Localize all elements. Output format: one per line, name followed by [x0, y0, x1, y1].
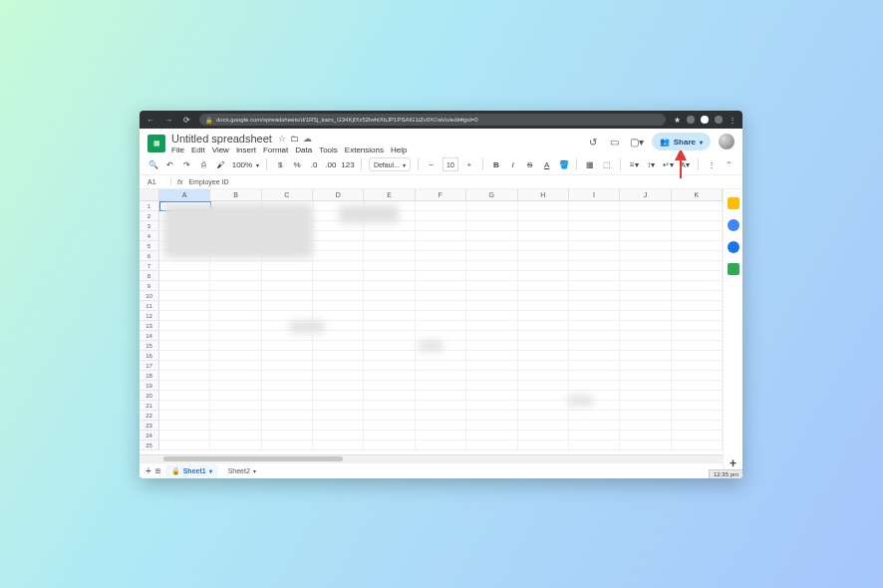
cell[interactable] — [569, 261, 620, 271]
cell[interactable] — [416, 301, 466, 311]
cell[interactable] — [159, 261, 210, 271]
cell[interactable] — [262, 351, 313, 361]
wrap-icon[interactable]: ↵▾ — [662, 158, 674, 170]
cell[interactable] — [569, 371, 620, 381]
row-header[interactable]: 9 — [140, 281, 159, 291]
cell[interactable] — [313, 241, 364, 251]
column-header-H[interactable]: H — [518, 189, 569, 201]
cell[interactable] — [313, 431, 364, 441]
cell[interactable] — [620, 381, 671, 391]
cell[interactable] — [416, 371, 466, 381]
bookmark-star-icon[interactable]: ★ — [674, 116, 681, 125]
cell[interactable] — [518, 371, 569, 381]
cell[interactable] — [620, 431, 671, 441]
forward-button[interactable]: → — [163, 115, 173, 125]
cell[interactable] — [569, 301, 620, 311]
cell[interactable] — [466, 381, 517, 391]
cell[interactable] — [518, 241, 569, 251]
cell[interactable] — [672, 241, 723, 251]
cell[interactable] — [364, 251, 415, 261]
cell[interactable] — [262, 411, 313, 421]
cell[interactable] — [672, 201, 723, 211]
document-title[interactable]: Untitled spreadsheet — [171, 133, 272, 145]
cell[interactable] — [620, 331, 671, 341]
cell[interactable] — [210, 351, 261, 361]
search-icon[interactable]: 🔍 — [147, 158, 159, 170]
contacts-icon[interactable] — [728, 263, 739, 275]
cell[interactable] — [569, 311, 620, 321]
scrollbar-thumb[interactable] — [163, 456, 343, 461]
cell[interactable] — [313, 271, 364, 281]
cell[interactable] — [159, 291, 210, 301]
column-header-G[interactable]: G — [466, 189, 517, 201]
cell[interactable] — [672, 271, 723, 281]
select-all-corner[interactable] — [140, 189, 159, 201]
row-header[interactable]: 25 — [140, 441, 159, 450]
row-header[interactable]: 13 — [140, 321, 159, 331]
cell[interactable] — [518, 211, 569, 221]
cell[interactable] — [210, 371, 261, 381]
menu-data[interactable]: Data — [295, 146, 312, 154]
cell[interactable] — [518, 261, 569, 271]
cell[interactable] — [364, 361, 415, 371]
sheet-tab-1[interactable]: 🔒 Sheet1 ▾ — [165, 464, 218, 478]
cell[interactable] — [210, 431, 261, 441]
cell[interactable] — [210, 301, 261, 311]
menu-view[interactable]: View — [212, 146, 229, 154]
cell[interactable] — [466, 391, 517, 401]
row-header[interactable]: 1 — [140, 201, 159, 211]
cell[interactable] — [569, 211, 620, 221]
cell[interactable] — [416, 431, 466, 441]
cell[interactable] — [416, 401, 466, 411]
cell[interactable] — [569, 221, 620, 231]
cell[interactable] — [518, 431, 569, 441]
cell[interactable] — [364, 281, 415, 291]
cell[interactable] — [262, 341, 313, 351]
cell[interactable] — [518, 381, 569, 391]
cell[interactable] — [620, 251, 671, 261]
cell[interactable] — [364, 441, 415, 450]
cell[interactable] — [416, 381, 466, 391]
cell[interactable] — [466, 441, 517, 450]
row-header[interactable]: 18 — [140, 371, 159, 381]
cell[interactable] — [210, 381, 261, 391]
menu-insert[interactable]: Insert — [236, 146, 256, 154]
cell[interactable] — [313, 411, 364, 421]
zoom-select[interactable]: 100%▾ — [232, 160, 259, 169]
cell[interactable] — [518, 411, 569, 421]
cell[interactable] — [262, 391, 313, 401]
rows-container[interactable]: 1234567891011121314151617181920212223242… — [140, 201, 723, 454]
cell[interactable] — [569, 441, 620, 450]
cell[interactable] — [518, 341, 569, 351]
more-formats-icon[interactable]: 123 — [342, 158, 354, 170]
row-header[interactable]: 23 — [140, 421, 159, 431]
cell[interactable] — [262, 381, 313, 391]
cell[interactable] — [364, 311, 415, 321]
cell[interactable] — [672, 411, 723, 421]
cell[interactable] — [210, 261, 261, 271]
cell[interactable] — [518, 251, 569, 261]
fill-color-icon[interactable]: 🪣 — [558, 158, 570, 170]
meet-icon[interactable]: ▢▾ — [630, 135, 644, 148]
cell[interactable] — [620, 281, 671, 291]
cell[interactable] — [364, 381, 415, 391]
cell[interactable] — [620, 401, 671, 411]
cell[interactable] — [416, 261, 466, 271]
row-header[interactable]: 21 — [140, 401, 159, 411]
cell[interactable] — [466, 271, 517, 281]
cell[interactable] — [262, 371, 313, 381]
italic-icon[interactable]: I — [507, 158, 519, 170]
cell[interactable] — [364, 401, 415, 411]
cell[interactable] — [518, 301, 569, 311]
cell[interactable] — [466, 431, 517, 441]
row-header[interactable]: 3 — [140, 221, 159, 231]
cell[interactable] — [518, 271, 569, 281]
undo-icon[interactable]: ↶ — [164, 158, 176, 170]
cloud-status-icon[interactable]: ☁ — [303, 134, 312, 144]
back-button[interactable]: ← — [146, 115, 155, 125]
increase-decimal-icon[interactable]: .00 — [325, 158, 337, 170]
cell[interactable] — [466, 251, 517, 261]
valign-icon[interactable]: ↕▾ — [645, 158, 657, 170]
cell[interactable] — [364, 291, 415, 301]
move-icon[interactable]: 🗀 — [290, 134, 299, 144]
